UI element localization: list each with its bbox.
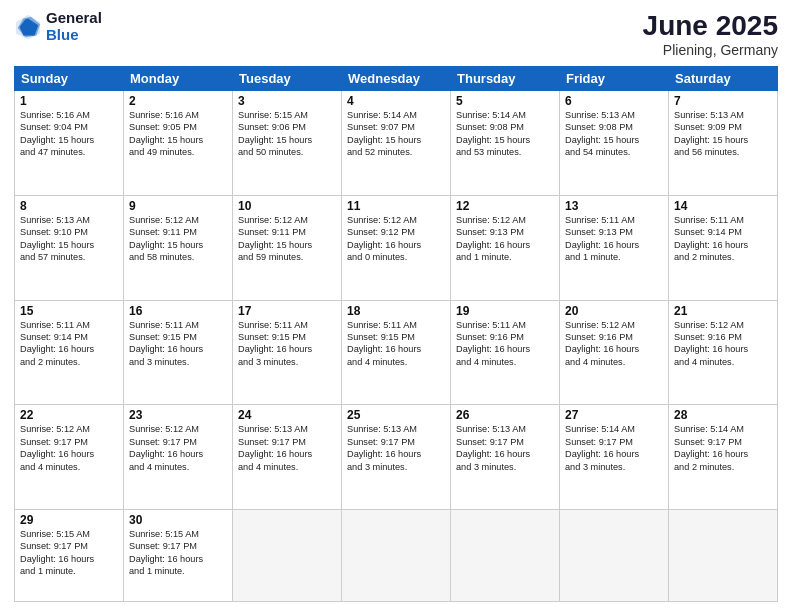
table-row: 21Sunrise: 5:12 AM Sunset: 9:16 PM Dayli… xyxy=(669,300,778,405)
table-row: 9Sunrise: 5:12 AM Sunset: 9:11 PM Daylig… xyxy=(124,195,233,300)
table-row: 7Sunrise: 5:13 AM Sunset: 9:09 PM Daylig… xyxy=(669,91,778,196)
table-row: 11Sunrise: 5:12 AM Sunset: 9:12 PM Dayli… xyxy=(342,195,451,300)
table-row: 10Sunrise: 5:12 AM Sunset: 9:11 PM Dayli… xyxy=(233,195,342,300)
table-row: 14Sunrise: 5:11 AM Sunset: 9:14 PM Dayli… xyxy=(669,195,778,300)
day-info: Sunrise: 5:14 AM Sunset: 9:17 PM Dayligh… xyxy=(674,423,772,473)
day-info: Sunrise: 5:14 AM Sunset: 9:08 PM Dayligh… xyxy=(456,109,554,159)
day-info: Sunrise: 5:12 AM Sunset: 9:13 PM Dayligh… xyxy=(456,214,554,264)
calendar-title: June 2025 xyxy=(643,10,778,42)
day-number: 17 xyxy=(238,304,336,318)
day-number: 3 xyxy=(238,94,336,108)
page: General Blue June 2025 Pliening, Germany… xyxy=(0,0,792,612)
day-info: Sunrise: 5:12 AM Sunset: 9:17 PM Dayligh… xyxy=(129,423,227,473)
table-row: 13Sunrise: 5:11 AM Sunset: 9:13 PM Dayli… xyxy=(560,195,669,300)
logo-text: General Blue xyxy=(46,10,102,43)
day-info: Sunrise: 5:15 AM Sunset: 9:06 PM Dayligh… xyxy=(238,109,336,159)
calendar-subtitle: Pliening, Germany xyxy=(643,42,778,58)
col-wednesday: Wednesday xyxy=(342,67,451,91)
table-row: 17Sunrise: 5:11 AM Sunset: 9:15 PM Dayli… xyxy=(233,300,342,405)
day-info: Sunrise: 5:11 AM Sunset: 9:14 PM Dayligh… xyxy=(20,319,118,369)
table-row xyxy=(233,510,342,602)
day-info: Sunrise: 5:13 AM Sunset: 9:17 PM Dayligh… xyxy=(238,423,336,473)
day-info: Sunrise: 5:11 AM Sunset: 9:13 PM Dayligh… xyxy=(565,214,663,264)
table-row: 27Sunrise: 5:14 AM Sunset: 9:17 PM Dayli… xyxy=(560,405,669,510)
day-info: Sunrise: 5:12 AM Sunset: 9:11 PM Dayligh… xyxy=(238,214,336,264)
day-number: 20 xyxy=(565,304,663,318)
day-number: 15 xyxy=(20,304,118,318)
table-row: 3Sunrise: 5:15 AM Sunset: 9:06 PM Daylig… xyxy=(233,91,342,196)
day-info: Sunrise: 5:12 AM Sunset: 9:11 PM Dayligh… xyxy=(129,214,227,264)
day-info: Sunrise: 5:13 AM Sunset: 9:17 PM Dayligh… xyxy=(347,423,445,473)
logo-icon xyxy=(14,13,42,41)
table-row: 18Sunrise: 5:11 AM Sunset: 9:15 PM Dayli… xyxy=(342,300,451,405)
day-info: Sunrise: 5:11 AM Sunset: 9:14 PM Dayligh… xyxy=(674,214,772,264)
day-number: 13 xyxy=(565,199,663,213)
day-info: Sunrise: 5:16 AM Sunset: 9:04 PM Dayligh… xyxy=(20,109,118,159)
day-number: 2 xyxy=(129,94,227,108)
day-number: 1 xyxy=(20,94,118,108)
day-number: 28 xyxy=(674,408,772,422)
table-row: 8Sunrise: 5:13 AM Sunset: 9:10 PM Daylig… xyxy=(15,195,124,300)
table-row: 4Sunrise: 5:14 AM Sunset: 9:07 PM Daylig… xyxy=(342,91,451,196)
day-number: 19 xyxy=(456,304,554,318)
day-number: 30 xyxy=(129,513,227,527)
day-info: Sunrise: 5:15 AM Sunset: 9:17 PM Dayligh… xyxy=(129,528,227,578)
day-info: Sunrise: 5:12 AM Sunset: 9:12 PM Dayligh… xyxy=(347,214,445,264)
table-row: 1Sunrise: 5:16 AM Sunset: 9:04 PM Daylig… xyxy=(15,91,124,196)
day-info: Sunrise: 5:16 AM Sunset: 9:05 PM Dayligh… xyxy=(129,109,227,159)
calendar-table: Sunday Monday Tuesday Wednesday Thursday… xyxy=(14,66,778,602)
col-saturday: Saturday xyxy=(669,67,778,91)
day-info: Sunrise: 5:13 AM Sunset: 9:08 PM Dayligh… xyxy=(565,109,663,159)
day-number: 18 xyxy=(347,304,445,318)
day-number: 14 xyxy=(674,199,772,213)
table-row xyxy=(669,510,778,602)
col-tuesday: Tuesday xyxy=(233,67,342,91)
logo: General Blue xyxy=(14,10,102,43)
day-number: 22 xyxy=(20,408,118,422)
day-info: Sunrise: 5:13 AM Sunset: 9:17 PM Dayligh… xyxy=(456,423,554,473)
table-row: 26Sunrise: 5:13 AM Sunset: 9:17 PM Dayli… xyxy=(451,405,560,510)
day-info: Sunrise: 5:12 AM Sunset: 9:17 PM Dayligh… xyxy=(20,423,118,473)
table-row: 23Sunrise: 5:12 AM Sunset: 9:17 PM Dayli… xyxy=(124,405,233,510)
table-row: 30Sunrise: 5:15 AM Sunset: 9:17 PM Dayli… xyxy=(124,510,233,602)
day-info: Sunrise: 5:14 AM Sunset: 9:17 PM Dayligh… xyxy=(565,423,663,473)
calendar-header-row: Sunday Monday Tuesday Wednesday Thursday… xyxy=(15,67,778,91)
day-number: 4 xyxy=(347,94,445,108)
day-number: 10 xyxy=(238,199,336,213)
day-info: Sunrise: 5:14 AM Sunset: 9:07 PM Dayligh… xyxy=(347,109,445,159)
day-number: 25 xyxy=(347,408,445,422)
table-row: 20Sunrise: 5:12 AM Sunset: 9:16 PM Dayli… xyxy=(560,300,669,405)
day-number: 5 xyxy=(456,94,554,108)
day-number: 6 xyxy=(565,94,663,108)
logo-blue: Blue xyxy=(46,27,102,44)
table-row xyxy=(451,510,560,602)
table-row: 5Sunrise: 5:14 AM Sunset: 9:08 PM Daylig… xyxy=(451,91,560,196)
table-row: 16Sunrise: 5:11 AM Sunset: 9:15 PM Dayli… xyxy=(124,300,233,405)
day-info: Sunrise: 5:11 AM Sunset: 9:15 PM Dayligh… xyxy=(129,319,227,369)
day-number: 21 xyxy=(674,304,772,318)
day-info: Sunrise: 5:11 AM Sunset: 9:15 PM Dayligh… xyxy=(347,319,445,369)
day-number: 9 xyxy=(129,199,227,213)
day-info: Sunrise: 5:13 AM Sunset: 9:09 PM Dayligh… xyxy=(674,109,772,159)
table-row: 15Sunrise: 5:11 AM Sunset: 9:14 PM Dayli… xyxy=(15,300,124,405)
title-block: June 2025 Pliening, Germany xyxy=(643,10,778,58)
col-monday: Monday xyxy=(124,67,233,91)
table-row: 25Sunrise: 5:13 AM Sunset: 9:17 PM Dayli… xyxy=(342,405,451,510)
col-sunday: Sunday xyxy=(15,67,124,91)
day-number: 24 xyxy=(238,408,336,422)
table-row: 2Sunrise: 5:16 AM Sunset: 9:05 PM Daylig… xyxy=(124,91,233,196)
day-info: Sunrise: 5:11 AM Sunset: 9:16 PM Dayligh… xyxy=(456,319,554,369)
table-row: 22Sunrise: 5:12 AM Sunset: 9:17 PM Dayli… xyxy=(15,405,124,510)
table-row: 29Sunrise: 5:15 AM Sunset: 9:17 PM Dayli… xyxy=(15,510,124,602)
table-row xyxy=(560,510,669,602)
day-number: 16 xyxy=(129,304,227,318)
header: General Blue June 2025 Pliening, Germany xyxy=(14,10,778,58)
day-number: 12 xyxy=(456,199,554,213)
day-number: 8 xyxy=(20,199,118,213)
day-number: 7 xyxy=(674,94,772,108)
col-friday: Friday xyxy=(560,67,669,91)
col-thursday: Thursday xyxy=(451,67,560,91)
day-number: 23 xyxy=(129,408,227,422)
day-number: 26 xyxy=(456,408,554,422)
day-number: 29 xyxy=(20,513,118,527)
